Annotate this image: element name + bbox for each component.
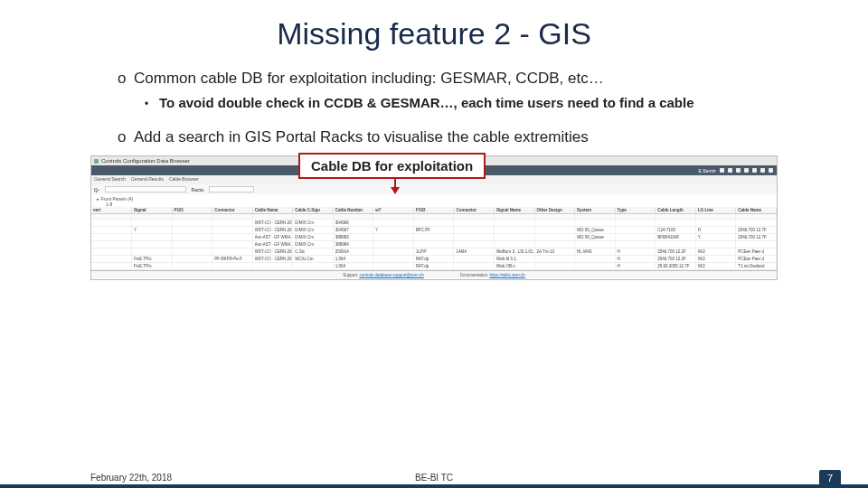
- slide-title: Missing feature 2 - GIS: [0, 0, 868, 70]
- tab-cable-browser[interactable]: Cable Browser: [169, 176, 199, 183]
- export-icon: [736, 168, 741, 173]
- doc-block: Documentation: https://wikis.cern.ch: [460, 273, 525, 277]
- table-cell: [413, 241, 454, 249]
- table-cell: [212, 263, 253, 270]
- content-area: o Common cable DB for exploitation inclu…: [118, 70, 814, 146]
- col-header[interactable]: Cable Number: [333, 207, 373, 214]
- table-cell: [695, 220, 736, 227]
- col-header[interactable]: Connector: [454, 207, 495, 214]
- col-header[interactable]: Cable Name: [252, 207, 293, 214]
- table-cell: [373, 249, 414, 256]
- table-cell: 250914: [333, 249, 373, 256]
- tree-row: ▸ Front Panels (4) 1-8: [90, 194, 778, 207]
- col-header[interactable]: Signal: [132, 207, 173, 214]
- table-cell: [212, 234, 253, 241]
- support-block: Support: controls.database-support@cern.…: [343, 273, 424, 277]
- table-cell: Y: [373, 227, 414, 234]
- table-row[interactable]: WST-CO · CERN.2018.nC.Six2509141LP/F14MA…: [91, 249, 777, 256]
- tab-general-search[interactable]: General Search: [94, 176, 126, 183]
- col-header[interactable]: wT: [373, 207, 414, 214]
- tab-general-results[interactable]: General Results: [131, 176, 164, 183]
- bullet-1-text: Common cable DB for exploitation includi…: [134, 70, 604, 88]
- search-input[interactable]: [105, 186, 186, 192]
- table-row[interactable]: WST-CO · CERN.2018.nD/MIX.Cm304366: [91, 220, 777, 227]
- table-cell: [91, 249, 132, 256]
- bullet-1-sub-text: To avoid double check in CCDB & GESMAR…,…: [159, 95, 694, 110]
- table-cell: H: [615, 256, 656, 263]
- search-row: Q- Racks: [90, 184, 778, 194]
- col-header[interactable]: Cable Length: [656, 207, 696, 214]
- table-row[interactable]: FivE.TP/sPF-RKFR-Pe.FWST-CO · CERN.2018.…: [91, 256, 777, 263]
- table-cell: WC/U.Cm: [293, 256, 334, 263]
- table-cell: 25.60 2005.12.7F: [656, 263, 696, 270]
- table-cell: [172, 227, 212, 234]
- support-label: Support:: [343, 273, 358, 277]
- table-cell: D/MIX.Cm: [293, 220, 334, 227]
- col-header[interactable]: Cable Name: [736, 207, 777, 214]
- table-cell: 304367: [333, 227, 373, 234]
- col-header[interactable]: Signal Name: [494, 207, 534, 214]
- table-cell: [212, 241, 253, 249]
- table-cell: [494, 234, 534, 241]
- table-cell: WeBurn 3.. LSI.1.01.25..: [494, 249, 534, 256]
- window-title: Controls Configuration Data Browser: [101, 158, 190, 164]
- table-cell: Y: [132, 227, 173, 234]
- table-cell: WST-CO · CERN.2018.n: [252, 220, 293, 227]
- table-cell: FivE.TP/s: [132, 256, 173, 263]
- bullet-2-text: Add a search in GIS Portal Racks to visu…: [134, 128, 589, 146]
- table-cell: [575, 220, 616, 227]
- table-row[interactable]: YWST-CO · CERN.2018.nD/MIX.Cm304367YBFC.…: [91, 227, 777, 234]
- table-cell: W/2: [695, 263, 736, 270]
- doc-label: Documentation:: [460, 273, 489, 277]
- table-cell: [172, 249, 212, 256]
- table-cell: [454, 227, 495, 234]
- table-cell: [615, 234, 656, 241]
- table-cell: [212, 227, 253, 234]
- table-row[interactable]: FivE.TP/s1,064RAT.dpWeb.OB.nH25.60 2005.…: [91, 263, 777, 270]
- table-cell: [575, 241, 616, 249]
- table-cell: 2546.700 12.7F: [736, 234, 777, 241]
- refresh-icon: [728, 168, 732, 173]
- col-header[interactable]: P102: [413, 207, 454, 214]
- col-header[interactable]: LG-Line: [695, 207, 736, 214]
- table-cell: BFC.PF: [413, 227, 454, 234]
- table-cell: WD 09_Queue: [575, 234, 616, 241]
- table-cell: 14MA: [454, 249, 495, 256]
- table-cell: [132, 241, 173, 249]
- table-cell: [534, 220, 575, 227]
- col-header[interactable]: Cable C.Sign: [293, 207, 334, 214]
- table-cell: W/2: [695, 249, 736, 256]
- col-header[interactable]: Other Design: [534, 207, 575, 214]
- table-cell: [91, 256, 132, 263]
- table-cell: D/MIX.Cm: [293, 234, 334, 241]
- table-cell: [736, 220, 777, 227]
- col-header[interactable]: vert: [91, 207, 132, 214]
- support-link[interactable]: controls.database-support@cern.ch: [359, 273, 423, 277]
- embedded-screenshot: Cable DB for exploitation Controls Confi…: [90, 155, 778, 280]
- table-cell: [172, 241, 212, 249]
- racks-input[interactable]: [209, 186, 254, 192]
- col-header[interactable]: P101: [172, 207, 212, 214]
- col-header[interactable]: Type: [615, 207, 656, 214]
- footer-center: BE-BI TC: [0, 473, 868, 483]
- svg-marker-1: [391, 187, 400, 194]
- table-cell: 304366: [333, 220, 373, 227]
- table-cell: RAT.dp: [413, 256, 454, 263]
- table-cell: [656, 241, 696, 249]
- table-cell: Web.M.5.1.: [494, 256, 534, 263]
- table-cell: [91, 227, 132, 234]
- table-row[interactable]: Asc-AST · GF WMA.3.12.FD/MIX.Cm388984: [91, 241, 777, 249]
- data-table: vertSignalP101ConnectorCable NameCable C…: [90, 207, 778, 271]
- racks-label: Racks: [192, 187, 204, 192]
- doc-link[interactable]: https://wikis.cern.ch: [490, 273, 525, 277]
- table-cell: [494, 220, 534, 227]
- table-cell: PCEen Paer d: [736, 256, 777, 263]
- table-cell: [534, 256, 575, 263]
- col-header[interactable]: System: [575, 207, 616, 214]
- table-cell: [373, 241, 414, 249]
- table-cell: [615, 241, 656, 249]
- table-cell: [575, 263, 616, 270]
- col-header[interactable]: Connector: [212, 207, 253, 214]
- table-cell: [132, 249, 173, 256]
- table-row[interactable]: Asc-AST · GF WMA.3.12.FD/MIX.Cm388983WD …: [91, 234, 777, 241]
